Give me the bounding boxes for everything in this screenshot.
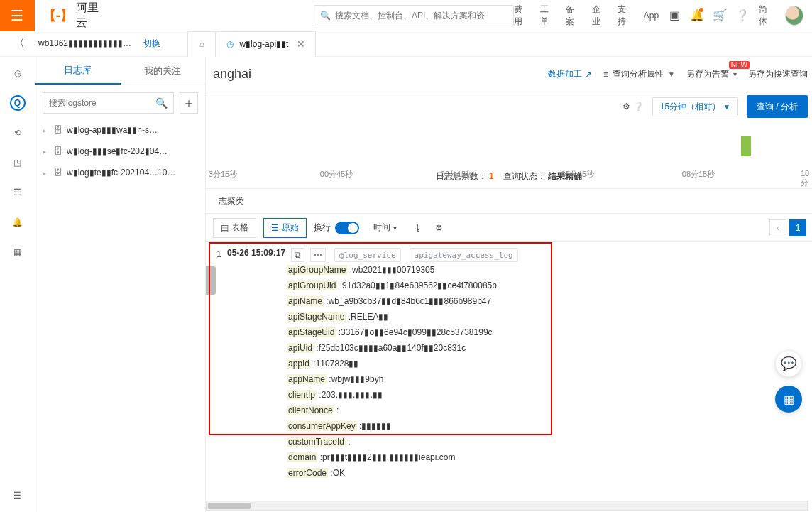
- switch-project-link[interactable]: 切换: [143, 38, 160, 48]
- page-tabs: ⌂ ◷ w▮log-api▮▮t ✕: [187, 31, 316, 57]
- gear-icon: ⚙: [435, 223, 443, 233]
- sidebar-search-row: 🔍 ＋: [35, 85, 205, 118]
- link-billing[interactable]: 费用: [514, 4, 530, 28]
- download-button[interactable]: ⭳: [411, 218, 425, 238]
- global-search[interactable]: 🔍: [314, 5, 514, 26]
- log-field: customTraceId :: [287, 434, 805, 450]
- add-logstore-button[interactable]: ＋: [180, 92, 198, 114]
- close-icon[interactable]: ✕: [297, 38, 305, 50]
- chevron-right-icon: ▸: [43, 148, 50, 156]
- field-key: customTraceId: [287, 437, 346, 447]
- scrollbar-thumb[interactable]: [208, 503, 251, 509]
- apps-fab[interactable]: ▦: [775, 386, 802, 413]
- tick-label: 03分15秒: [441, 169, 473, 180]
- content-header: anghai 数据加工 ↗ ≡ 查询分析属性 ▼ 另存为告警 ▾ NEW 另存为…: [206, 57, 812, 92]
- language-switch[interactable]: 简体: [759, 4, 775, 28]
- cart-icon[interactable]: 🛒: [713, 9, 726, 22]
- gear-icon[interactable]: ⚙: [622, 102, 630, 111]
- analysis-attribute-button[interactable]: ≡ 查询分析属性 ▼: [603, 68, 675, 80]
- chevron-down-icon: ▼: [723, 103, 730, 111]
- apps-nav-icon[interactable]: ▦: [10, 244, 26, 260]
- database-icon: 🗄: [54, 146, 62, 156]
- link-app[interactable]: App: [644, 11, 659, 21]
- sidebar-tab-follow[interactable]: 我的关注: [121, 57, 206, 85]
- brand-mark-icon: 【-】: [43, 7, 73, 24]
- data-process-link[interactable]: 数据加工 ↗: [548, 68, 592, 80]
- link-support[interactable]: 支持: [618, 4, 634, 28]
- chat-fab[interactable]: 💬: [775, 350, 802, 377]
- breadcrumb: wb1362▮▮▮▮▮▮▮▮▮▮▮… 切换: [38, 38, 160, 50]
- wrap-label: 换行: [314, 222, 331, 234]
- save-as-alert-button[interactable]: 另存为告警 ▾ NEW: [686, 68, 737, 80]
- field-value: :pr▮▮▮t▮▮▮▮2▮▮▮.▮▮▮▮▮▮ieapi.com: [317, 452, 455, 462]
- subheader: 〈 wb1362▮▮▮▮▮▮▮▮▮▮▮… 切换 ⌂ ◷ w▮log-api▮▮t…: [0, 31, 812, 57]
- collapse-rail-icon[interactable]: ☰: [10, 488, 26, 503]
- tick-label: 10分: [801, 169, 809, 188]
- refresh-icon[interactable]: ⟲: [10, 125, 26, 141]
- menu-toggle[interactable]: ☰: [0, 0, 35, 31]
- list-icon: ☰: [271, 223, 279, 233]
- histogram[interactable]: 3分15秒 00分45秒 03分15秒 05分45秒 08分15秒 10分: [209, 124, 809, 166]
- logstore-item[interactable]: ▸ 🗄 w▮log▮te▮▮fc-202104…10…: [40, 162, 201, 183]
- avatar[interactable]: [785, 6, 803, 26]
- logstore-item[interactable]: ▸ 🗄 w▮log-▮▮▮se▮fc-202▮04…: [40, 141, 201, 162]
- inbox-icon[interactable]: ☶: [10, 185, 26, 200]
- page-1-button[interactable]: 1: [789, 219, 806, 236]
- brand-logo[interactable]: 【-】 阿里云: [43, 1, 108, 31]
- btn-label: 表格: [231, 222, 248, 234]
- search-nav-icon[interactable]: Q: [10, 95, 26, 111]
- tick-label: 05分45秒: [561, 169, 594, 180]
- logstore-item-label: w▮log-ap▮▮▮wa▮▮n-s…: [67, 125, 158, 135]
- help-icon[interactable]: ❔: [736, 9, 749, 22]
- tab-logstore[interactable]: ◷ w▮log-api▮▮t ✕: [216, 31, 316, 57]
- nav-rail: ◷ Q ⟲ ◳ ☶ 🔔 ▦ ☰: [0, 57, 35, 512]
- view-table-button[interactable]: ▤ 表格: [213, 218, 256, 238]
- chevron-down-icon: ▼: [668, 70, 675, 78]
- btn-label: 另存为告警: [686, 68, 729, 80]
- sidebar-search-input[interactable]: [49, 98, 155, 108]
- back-button[interactable]: 〈: [9, 36, 30, 51]
- tick-label: 08分15秒: [682, 169, 715, 180]
- terminal-icon[interactable]: ▣: [669, 9, 681, 22]
- status-label: 查询状态：: [503, 171, 546, 181]
- notification-dot: [699, 8, 703, 12]
- brand-text: 阿里云: [76, 1, 108, 31]
- horizontal-scrollbar[interactable]: [206, 501, 808, 511]
- logstore-item-label: w▮log▮te▮▮fc-202104…10…: [67, 168, 175, 178]
- time-range-label: 15分钟（相对）: [660, 101, 720, 113]
- view-raw-button[interactable]: ☰ 原始: [263, 218, 307, 238]
- region-title: anghai: [213, 67, 251, 82]
- link-label: 数据加工: [548, 68, 582, 80]
- time-range-picker[interactable]: 15分钟（相对） ▼: [652, 97, 738, 116]
- log-toolbar: ▤ 表格 ☰ 原始 换行 时间 ▾ ⭳ ⚙ ‹ 1: [206, 214, 812, 242]
- btn-label: 时间: [373, 222, 390, 234]
- sidebar-tab-logstore[interactable]: 日志库: [35, 57, 121, 85]
- chevron-down-icon: ▾: [733, 70, 737, 78]
- bell-icon[interactable]: 🔔: [691, 9, 703, 22]
- link-icp[interactable]: 备案: [566, 4, 582, 28]
- log-settings-button[interactable]: ⚙: [432, 218, 446, 238]
- global-search-input[interactable]: [335, 11, 508, 21]
- link-ticket[interactable]: 工单: [540, 4, 556, 28]
- logstore-icon: ◷: [226, 39, 234, 49]
- tab-cluster[interactable]: 志聚类: [213, 190, 250, 213]
- query-button[interactable]: 查询 / 分析: [747, 95, 808, 118]
- tick-label: 3分15秒: [209, 169, 237, 180]
- log-area: 1 05-26 15:09:17 ⧉ ⋯ @log_service apigat…: [206, 242, 812, 498]
- clock-icon[interactable]: ◷: [10, 65, 26, 81]
- prev-page-button[interactable]: ‹: [769, 219, 786, 236]
- logstore-item[interactable]: ▸ 🗄 w▮log-ap▮▮▮wa▮▮n-s…: [40, 119, 201, 141]
- wrap-toggle[interactable]: [335, 222, 359, 234]
- cube-icon[interactable]: ◳: [10, 155, 26, 170]
- alert-nav-icon[interactable]: 🔔: [10, 214, 26, 230]
- new-badge: NEW: [729, 61, 750, 69]
- grid-icon: ▤: [221, 223, 229, 233]
- tab-label: w▮log-api▮▮t: [239, 39, 288, 49]
- link-enterprise[interactable]: 企业: [592, 4, 608, 28]
- save-as-fastquery-button[interactable]: 另存为快速查询: [748, 68, 808, 80]
- logstore-list: ▸ 🗄 w▮log-ap▮▮▮wa▮▮n-s… ▸ 🗄 w▮log-▮▮▮se▮…: [35, 118, 205, 185]
- help-icon[interactable]: ❔: [633, 102, 644, 111]
- tab-home[interactable]: ⌂: [187, 31, 216, 57]
- sidebar-search[interactable]: 🔍: [43, 92, 174, 114]
- time-column-dropdown[interactable]: 时间 ▾: [366, 218, 404, 238]
